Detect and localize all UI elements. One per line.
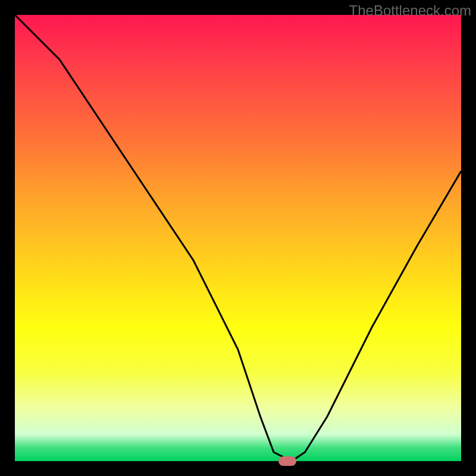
bottleneck-marker [278, 456, 296, 466]
bottleneck-curve [15, 15, 461, 461]
watermark-text: TheBottleneck.com [349, 2, 471, 19]
